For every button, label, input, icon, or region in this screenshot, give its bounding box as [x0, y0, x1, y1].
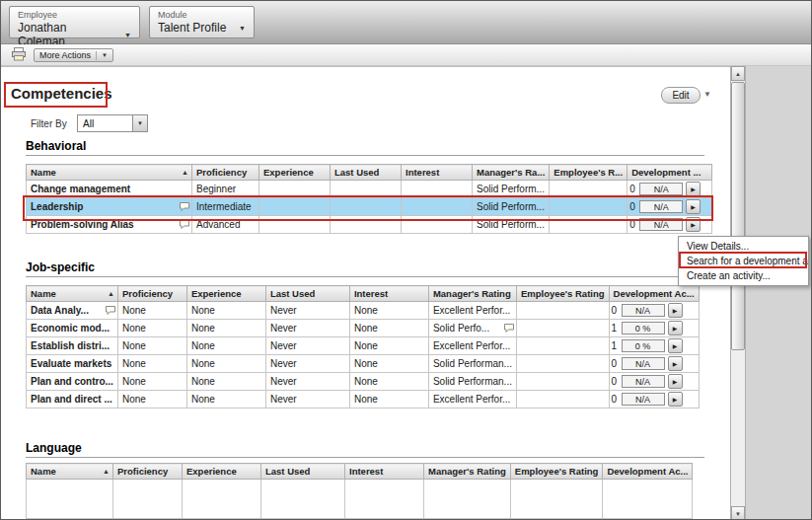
column-header-experience[interactable]: Experience: [183, 464, 261, 480]
table-row[interactable]: Evaluate marketsNoneNoneNeverNoneSolid P…: [27, 355, 700, 373]
column-header-proficiency[interactable]: Proficiency: [113, 464, 183, 480]
column-header-name[interactable]: Name▲: [27, 165, 192, 181]
menu-item-view-details[interactable]: View Details...: [679, 239, 808, 254]
table-row[interactable]: LeadershipIntermediateSolid Perform...0N…: [27, 198, 712, 216]
cell: Establish distri...: [27, 337, 118, 355]
column-header-last-used[interactable]: Last Used: [261, 464, 345, 480]
development-menu-button[interactable]: ▶: [668, 356, 683, 371]
edit-button[interactable]: Edit: [661, 87, 701, 104]
column-header-interest[interactable]: Interest: [345, 464, 424, 480]
development-menu-button[interactable]: ▶: [668, 374, 683, 389]
language-table: Name▲ProficiencyExperienceLast UsedInter…: [26, 463, 693, 519]
column-header-development-ac[interactable]: Development Ac...: [603, 464, 693, 480]
cell: Problem-solving Alias: [27, 216, 192, 234]
application-window: Employee Jonathan Coleman ▼ Module Talen…: [0, 0, 812, 520]
column-header-interest[interactable]: Interest: [349, 286, 428, 302]
column-header-development-ac[interactable]: Development Ac...: [609, 286, 699, 302]
development-value-field[interactable]: N/A: [639, 200, 683, 213]
column-header-employee-s-rating[interactable]: Employee's Rating: [510, 464, 603, 480]
comment-icon[interactable]: [180, 202, 189, 213]
comment-icon[interactable]: [106, 306, 115, 317]
development-count: 0: [629, 219, 636, 230]
column-header-interest[interactable]: Interest: [402, 165, 473, 181]
cell-text: None: [122, 323, 146, 334]
cell: [550, 181, 627, 198]
development-value-field[interactable]: N/A: [622, 375, 665, 388]
table-row[interactable]: Change managementBeginnerSolid Perform..…: [27, 181, 712, 198]
column-header-last-used[interactable]: Last Used: [331, 165, 402, 181]
column-label: Proficiency: [117, 466, 168, 477]
development-menu-button[interactable]: ▶: [668, 392, 683, 407]
cell: [516, 373, 609, 391]
table-row[interactable]: Problem-solving AliasAdvancedSolid Perfo…: [27, 216, 712, 234]
development-cell: 0N/A▶: [627, 198, 712, 216]
development-count: 0: [629, 201, 636, 212]
column-header-manager-s-rating[interactable]: Manager's Rating: [424, 464, 511, 480]
cell: Plan and contro...: [27, 373, 118, 391]
development-value-field[interactable]: N/A: [622, 357, 665, 370]
column-header-last-used[interactable]: Last Used: [265, 286, 349, 302]
comment-icon[interactable]: [504, 324, 514, 334]
column-header-proficiency[interactable]: Proficiency: [117, 286, 186, 302]
cell-text: Plan and contro...: [31, 376, 113, 387]
development-value-field[interactable]: N/A: [639, 183, 683, 195]
column-header-employee-s-rating[interactable]: Employee's Rating: [516, 286, 609, 302]
cell: Intermediate: [192, 198, 259, 216]
scroll-up-button[interactable]: ▲: [731, 66, 745, 81]
table-row[interactable]: Economic mod...NoneNoneNeverNoneSolid Pe…: [27, 320, 700, 337]
development-menu-button[interactable]: ▶: [668, 303, 683, 318]
module-selector[interactable]: Module Talent Profile ▼: [149, 6, 255, 38]
print-button[interactable]: [8, 47, 30, 63]
development-menu-button[interactable]: ▶: [686, 199, 701, 214]
table-row[interactable]: Plan and direct ...NoneNoneNeverNoneExce…: [27, 391, 700, 409]
column-header-experience[interactable]: Experience: [259, 165, 331, 181]
filter-dropdown[interactable]: All ▼: [77, 114, 148, 132]
development-menu-button[interactable]: ▶: [686, 217, 701, 232]
column-header-manager-s-rating[interactable]: Manager's Rating: [428, 286, 516, 302]
cell: [516, 337, 609, 355]
cell: [402, 198, 473, 216]
column-header-proficiency[interactable]: Proficiency: [192, 165, 259, 181]
caret-down-icon: ▼: [102, 52, 108, 58]
development-menu-button[interactable]: ▶: [668, 321, 683, 335]
development-value-field[interactable]: N/A: [639, 218, 683, 231]
development-count: 0: [612, 376, 619, 387]
development-value-field[interactable]: N/A: [622, 393, 665, 406]
table-row[interactable]: Data Analy...NoneNoneNeverNoneExcellent …: [27, 302, 700, 320]
development-value-field[interactable]: 0 %: [622, 339, 665, 352]
menu-item-search-development-activity[interactable]: Search for a development activity...: [679, 254, 808, 268]
cell: [424, 480, 511, 519]
table-row[interactable]: Plan and contro...NoneNoneNeverNoneSolid…: [27, 373, 700, 391]
cell-text: Evaluate markets: [31, 358, 111, 369]
development-menu-button[interactable]: ▶: [668, 338, 683, 353]
development-cell: 0N/A▶: [627, 181, 712, 198]
more-actions-button[interactable]: More Actions ▼: [34, 48, 113, 62]
development-value-field[interactable]: N/A: [622, 304, 665, 317]
employee-selector[interactable]: Employee Jonathan Coleman ▼: [9, 6, 140, 38]
section-divider: [26, 457, 704, 458]
cell: Leadership: [27, 198, 192, 216]
cell-text: Change management: [31, 184, 130, 194]
table-row[interactable]: Establish distri...NoneNoneNeverNoneExce…: [27, 337, 700, 355]
scrollbar-thumb[interactable]: [731, 82, 745, 350]
column-label: Development Ac...: [614, 288, 695, 299]
development-value-field[interactable]: 0 %: [622, 322, 665, 334]
development-count: 1: [612, 323, 619, 334]
edit-dropdown-toggle[interactable]: ▼: [703, 90, 711, 99]
scroll-down-button[interactable]: ▼: [731, 506, 745, 520]
menu-item-create-activity[interactable]: Create an activity...: [679, 268, 808, 283]
column-header-experience[interactable]: Experience: [186, 286, 265, 302]
column-header-name[interactable]: Name▲: [27, 286, 118, 302]
column-header-name[interactable]: Name▲: [27, 464, 113, 480]
cell: [516, 391, 609, 409]
column-header-employee-s-r[interactable]: Employee's R...: [550, 165, 627, 181]
comment-icon[interactable]: [180, 220, 189, 231]
cell: [331, 216, 402, 234]
section-divider: [26, 155, 704, 156]
cell-text: Economic mod...: [31, 323, 110, 334]
vertical-scrollbar[interactable]: ▲ ▼: [730, 66, 746, 520]
development-menu-button[interactable]: ▶: [686, 182, 701, 196]
development-cell: 0N/A▶: [609, 391, 699, 409]
column-header-development[interactable]: Development ...: [627, 165, 712, 181]
column-header-manager-s-ra[interactable]: Manager's Ra...: [473, 165, 550, 181]
